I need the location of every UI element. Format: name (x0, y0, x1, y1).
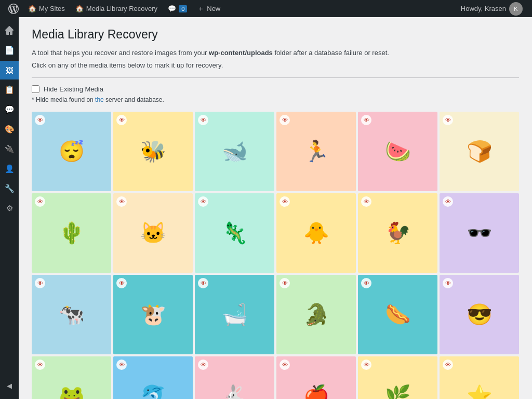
eye-icon: 👁 (35, 115, 45, 125)
media-item[interactable]: 👁 🐋 (195, 112, 274, 191)
site-home-icon: 🏠 (75, 5, 84, 12)
site-name-label: Media Library Recovery (86, 5, 157, 12)
media-grid: 👁 😴 👁 🐝 👁 🐋 👁 🏃 👁 🍉 👁 🍞 (32, 112, 519, 400)
eye-icon: 👁 (280, 278, 290, 288)
eye-icon: 👁 (116, 278, 127, 288)
media-item[interactable]: 👁 🐄 (32, 275, 111, 354)
howdy-text: Howdy, Krasen (461, 5, 506, 12)
admin-bar: 🏠 My Sites 🏠 Media Library Recovery 💬 0 … (0, 0, 532, 17)
user-greeting[interactable]: Howdy, Krasen K (456, 2, 528, 16)
page-instruction: Click on any of the media items below to… (32, 61, 519, 69)
media-item[interactable]: 👁 😎 (440, 275, 519, 354)
page-title: Media Library Recovery (32, 28, 519, 42)
sidebar-item-appearance[interactable]: 🎨 (0, 120, 19, 139)
media-item[interactable]: 👁 🌵 (32, 193, 111, 273)
media-item[interactable]: 👁 🍎 (276, 356, 356, 400)
eye-icon: 👁 (35, 278, 45, 288)
my-sites-label: My Sites (39, 5, 65, 12)
eye-icon: 👁 (198, 115, 208, 125)
hide-existing-label[interactable]: Hide Existing Media (44, 85, 103, 93)
media-item[interactable]: 👁 🍉 (358, 112, 437, 191)
eye-icon: 👁 (280, 196, 290, 207)
sidebar-collapse-button[interactable]: ◀ (0, 376, 19, 395)
media-item[interactable]: 👁 🍞 (440, 112, 519, 191)
media-item[interactable]: 👁 🐓 (358, 193, 437, 273)
eye-icon: 👁 (361, 196, 371, 207)
eye-icon: 👁 (198, 278, 208, 288)
eye-icon: 👁 (443, 278, 453, 288)
desc-prefix: A tool that helps you recover and restor… (32, 49, 209, 57)
sidebar-item-posts[interactable]: 📄 (0, 41, 19, 60)
hide-existing-row: Hide Existing Media (32, 85, 519, 93)
my-sites-link[interactable]: 🏠 My Sites (23, 0, 70, 17)
plus-icon: ＋ (197, 4, 204, 14)
eye-icon: 👁 (361, 278, 371, 288)
sidebar-item-pages[interactable]: 📋 (0, 81, 19, 99)
sidebar-item-tools[interactable]: 🔧 (0, 179, 19, 198)
comment-icon: 💬 (168, 5, 176, 12)
hide-note-suffix: server and database. (104, 96, 164, 103)
site-name-link[interactable]: 🏠 Media Library Recovery (70, 0, 163, 17)
media-item[interactable]: 👁 🏃 (276, 112, 356, 191)
new-label: New (207, 5, 220, 12)
eye-icon: 👁 (280, 360, 290, 370)
media-item[interactable]: 👁 🕶️ (440, 193, 519, 273)
home-icon: 🏠 (28, 5, 36, 12)
desc-bold: wp-content/uploads (209, 49, 273, 57)
eye-icon: 👁 (361, 115, 371, 125)
content-area: Media Library Recovery A tool that helps… (19, 17, 532, 399)
eye-icon: 👁 (443, 196, 453, 207)
eye-icon: 👁 (198, 360, 208, 370)
avatar: K (509, 2, 523, 16)
main-layout: 📄 🖼 📋 💬 🎨 🔌 👤 🔧 ⚙ ◀ Media Library Recove… (0, 17, 532, 399)
sidebar-item-dashboard[interactable] (0, 21, 19, 40)
new-content-link[interactable]: ＋ New (192, 0, 225, 17)
eye-icon: 👁 (280, 115, 290, 125)
media-item[interactable]: 👁 🛁 (195, 275, 274, 354)
media-item[interactable]: 👁 🐇 (195, 356, 274, 400)
media-item[interactable]: 👁 🐱 (113, 193, 193, 273)
hide-note-prefix: * Hide media found on (32, 96, 95, 103)
eye-icon: 👁 (361, 360, 371, 370)
media-item[interactable]: 👁 🐮 (113, 275, 193, 354)
eye-icon: 👁 (443, 115, 453, 125)
eye-icon: 👁 (116, 196, 127, 207)
sidebar-item-comments[interactable]: 💬 (0, 100, 19, 119)
hide-note: * Hide media found on the server and dat… (32, 96, 519, 103)
sidebar: 📄 🖼 📋 💬 🎨 🔌 👤 🔧 ⚙ ◀ (0, 17, 19, 399)
eye-icon: 👁 (116, 115, 127, 125)
media-item[interactable]: 👁 🐊 (276, 275, 356, 354)
eye-icon: 👁 (35, 360, 45, 370)
media-item[interactable]: 👁 🌭 (358, 275, 437, 354)
media-item[interactable]: 👁 🐬 (113, 356, 193, 400)
desc-suffix: folder after a database failure or reset… (273, 49, 389, 57)
wordpress-logo[interactable] (4, 0, 23, 17)
media-item[interactable]: 👁 🐸 (32, 356, 111, 400)
media-item[interactable]: 👁 🐝 (113, 112, 193, 191)
sidebar-item-users[interactable]: 👤 (0, 159, 19, 178)
comments-link[interactable]: 💬 0 (163, 0, 192, 17)
media-item[interactable]: 👁 🐥 (276, 193, 356, 273)
sidebar-item-settings[interactable]: ⚙ (0, 199, 19, 218)
eye-icon: 👁 (198, 196, 208, 207)
hide-existing-checkbox[interactable] (32, 85, 39, 93)
hide-note-link[interactable]: the (95, 96, 104, 103)
media-item[interactable]: 👁 🦎 (195, 193, 274, 273)
media-item[interactable]: 👁 ⭐ (440, 356, 519, 400)
eye-icon: 👁 (443, 360, 453, 370)
media-item[interactable]: 👁 😴 (32, 112, 111, 191)
eye-icon: 👁 (116, 360, 127, 370)
eye-icon: 👁 (35, 196, 45, 207)
divider (32, 77, 519, 78)
page-description: A tool that helps you recover and restor… (32, 48, 519, 58)
comment-count: 0 (179, 5, 187, 12)
sidebar-item-media[interactable]: 🖼 (0, 61, 19, 79)
media-item[interactable]: 👁 🌿 (358, 356, 437, 400)
admin-bar-right: Howdy, Krasen K (456, 2, 528, 16)
sidebar-item-plugins[interactable]: 🔌 (0, 140, 19, 158)
